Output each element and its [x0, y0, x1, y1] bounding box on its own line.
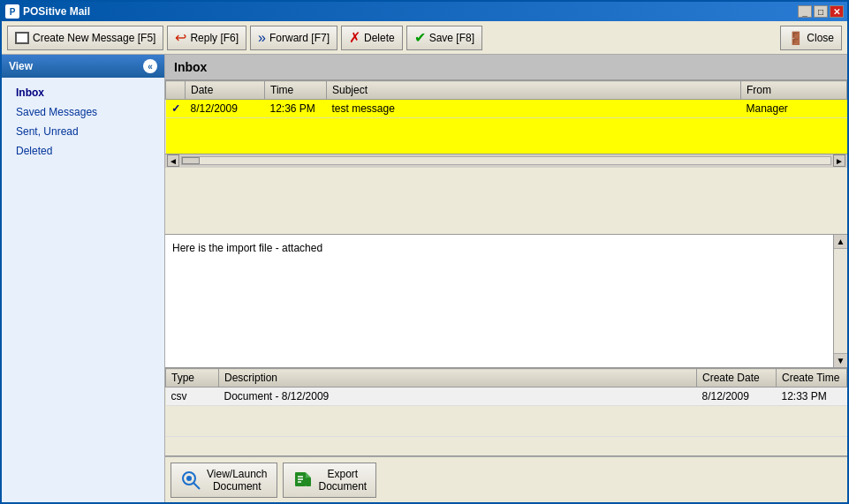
row-check: ✓	[166, 100, 186, 118]
message-body-text: Here is the import file - attached	[172, 242, 322, 254]
attach-col-create-date[interactable]: Create Date	[697, 369, 777, 387]
view-launch-icon	[180, 470, 201, 491]
maximize-button[interactable]: □	[814, 5, 828, 18]
scroll-right-arrow[interactable]: ►	[833, 154, 845, 167]
compose-icon	[15, 32, 29, 44]
reply-icon: ↩	[175, 29, 186, 46]
svg-point-2	[186, 476, 192, 481]
sidebar-item-sent-unread[interactable]: Sent, Unread	[2, 122, 164, 141]
attachments-table: Type Description Create Date Create Time…	[165, 368, 847, 437]
attach-type: csv	[166, 387, 219, 406]
message-table: Date Time Subject From ✓ 8/12/2009 12:36…	[165, 80, 847, 154]
row-time: 12:36 PM	[265, 100, 327, 118]
scroll-thumb[interactable]	[182, 157, 200, 164]
save-icon: ✔	[414, 29, 426, 46]
svg-rect-5	[306, 478, 311, 486]
attach-description: Document - 8/12/2009	[219, 387, 697, 406]
window-close-button[interactable]: ✕	[830, 5, 844, 18]
forward-icon: »	[258, 30, 266, 46]
close-button[interactable]: 🚪 Close	[780, 26, 842, 50]
window-title: POSitive Mail	[23, 5, 798, 18]
forward-button-label: Forward [F7]	[269, 32, 330, 44]
titlebar: P POSitive Mail _ □ ✕	[2, 2, 847, 21]
delete-button[interactable]: ✗ Delete	[341, 26, 403, 50]
delete-button-label: Delete	[364, 32, 395, 44]
vertical-scrollbar[interactable]: ▲ ▼	[833, 235, 847, 367]
save-button[interactable]: ✔ Save [F8]	[406, 26, 482, 50]
scroll-up-arrow[interactable]: ▲	[834, 235, 847, 249]
col-header-date[interactable]: Date	[186, 81, 265, 100]
attach-col-description[interactable]: Description	[219, 369, 697, 387]
reply-button[interactable]: ↩ Reply [F6]	[167, 26, 246, 50]
view-launch-document-button[interactable]: View/Launch Document	[171, 463, 277, 498]
create-new-message-button[interactable]: Create New Message [F5]	[7, 26, 163, 50]
sidebar-header-label: View	[9, 60, 33, 72]
attach-col-create-time[interactable]: Create Time	[777, 369, 847, 387]
close-icon: 🚪	[788, 31, 803, 45]
sidebar-header: View «	[2, 55, 164, 78]
attach-create-date: 8/12/2009	[697, 387, 777, 406]
message-body: Here is the import file - attached ▲ ▼	[165, 235, 847, 368]
main-body: View « Inbox Saved Messages Sent, Unread…	[2, 55, 847, 502]
view-launch-label: View/Launch Document	[207, 468, 268, 493]
export-document-button[interactable]: Export Document	[283, 463, 377, 498]
titlebar-buttons: _ □ ✕	[798, 5, 844, 18]
app-icon: P	[5, 4, 19, 19]
svg-marker-4	[306, 472, 311, 478]
attach-create-time: 12:33 PM	[777, 387, 847, 406]
col-header-from[interactable]: From	[741, 81, 847, 100]
horizontal-scrollbar[interactable]: ◄ ►	[165, 154, 847, 168]
inbox-title: Inbox	[165, 55, 847, 80]
sidebar-item-saved-messages[interactable]: Saved Messages	[2, 102, 164, 122]
close-button-label: Close	[807, 32, 834, 44]
save-button-label: Save [F8]	[429, 32, 474, 44]
attachment-row-empty	[166, 406, 847, 437]
scroll-track[interactable]	[181, 156, 831, 165]
export-icon	[292, 470, 314, 491]
attachment-row[interactable]: csv Document - 8/12/2009 8/12/2009 12:33…	[166, 387, 847, 406]
sidebar-collapse-icon[interactable]: «	[143, 59, 157, 73]
sidebar-item-inbox[interactable]: Inbox	[2, 83, 164, 102]
create-button-label: Create New Message [F5]	[33, 32, 155, 44]
forward-button[interactable]: » Forward [F7]	[250, 26, 337, 50]
scroll-down-arrow[interactable]: ▼	[834, 353, 847, 367]
message-list-container: Date Time Subject From ✓ 8/12/2009 12:36…	[165, 80, 847, 235]
main-window: P POSitive Mail _ □ ✕ Create New Message…	[0, 0, 849, 504]
col-header-check[interactable]	[166, 81, 186, 100]
row-date: 8/12/2009	[186, 100, 265, 118]
reply-button-label: Reply [F6]	[190, 32, 239, 44]
table-row[interactable]: ✓ 8/12/2009 12:36 PM test message Manage…	[166, 100, 847, 118]
sidebar-item-deleted[interactable]: Deleted	[2, 141, 164, 161]
sidebar: View « Inbox Saved Messages Sent, Unread…	[2, 55, 165, 502]
minimize-button[interactable]: _	[798, 5, 812, 18]
attach-col-type[interactable]: Type	[166, 369, 219, 387]
content-area: Inbox Date Time Subject From	[165, 55, 847, 502]
row-from: Manager	[741, 100, 847, 118]
col-header-time[interactable]: Time	[265, 81, 327, 100]
sidebar-nav: Inbox Saved Messages Sent, Unread Delete…	[2, 78, 164, 166]
delete-icon: ✗	[349, 29, 360, 46]
attachments-container: Type Description Create Date Create Time…	[165, 368, 847, 456]
row-subject: test message	[327, 100, 741, 118]
main-toolbar: Create New Message [F5] ↩ Reply [F6] » F…	[2, 21, 847, 55]
svg-line-1	[193, 483, 200, 489]
export-label: Export Document	[319, 468, 368, 493]
bottom-toolbar: View/Launch Document	[165, 456, 847, 502]
table-row-empty	[166, 118, 847, 154]
scroll-inner-track[interactable]	[834, 249, 847, 353]
col-header-subject[interactable]: Subject	[327, 81, 741, 100]
scroll-left-arrow[interactable]: ◄	[167, 154, 179, 167]
